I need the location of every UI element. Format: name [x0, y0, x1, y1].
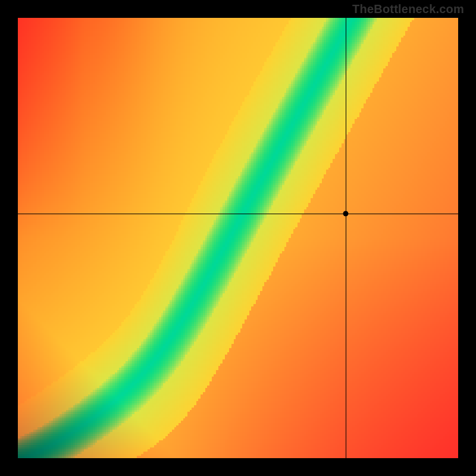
- watermark-text: TheBottleneck.com: [352, 2, 464, 16]
- crosshair-point: [343, 211, 349, 217]
- chart-frame: TheBottleneck.com: [0, 0, 476, 476]
- plot-area: [18, 18, 458, 458]
- crosshair-horizontal: [18, 214, 458, 214]
- crosshair-vertical: [346, 18, 346, 458]
- heatmap-canvas: [18, 18, 458, 458]
